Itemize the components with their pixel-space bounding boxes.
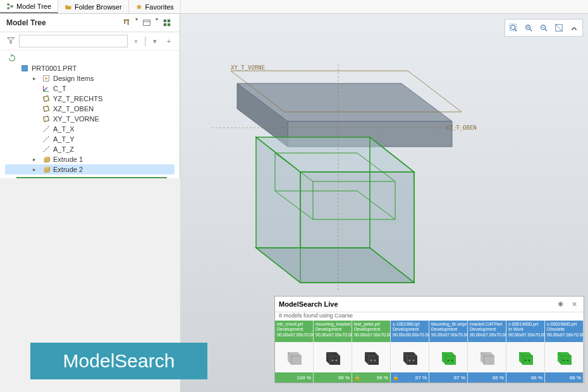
svg-rect-10 bbox=[168, 23, 170, 26]
result-name: mounting_bracket_1 bbox=[315, 322, 350, 327]
tree-item[interactable]: ▸Design Items bbox=[5, 73, 175, 83]
result-status: Development bbox=[354, 327, 388, 332]
result-dims: 90.00x87.00x70.00 bbox=[277, 333, 311, 338]
result-card[interactable]: mb_creo4.prtDevelopment90.00x87.00x70.00… bbox=[275, 321, 314, 383]
tree-label: PRT0001.PRT bbox=[32, 64, 77, 72]
plane-icon bbox=[42, 114, 51, 123]
tree-label: Extrude 2 bbox=[53, 166, 83, 173]
result-card[interactable]: z-1001980.iptDevelopment90.00x90.00x70.0… bbox=[391, 321, 429, 383]
result-percentage: 86 % bbox=[493, 375, 504, 381]
repaint-button[interactable] bbox=[552, 21, 566, 35]
tree-item[interactable]: ▸Extrude 2 bbox=[5, 164, 175, 175]
svg-point-44 bbox=[413, 360, 415, 362]
result-status: Development bbox=[277, 327, 311, 332]
svg-rect-0 bbox=[8, 3, 9, 5]
add-button[interactable]: + bbox=[163, 35, 175, 47]
svg-line-18 bbox=[44, 137, 49, 142]
settings-button[interactable] bbox=[120, 16, 133, 29]
tab-favorites[interactable]: Favorites bbox=[129, 0, 181, 13]
svg-point-48 bbox=[529, 360, 530, 362]
csys-icon bbox=[42, 84, 51, 93]
star-icon bbox=[135, 3, 143, 11]
dropdown-arrow[interactable]: ▾ bbox=[156, 16, 158, 29]
tree-item-refresh[interactable] bbox=[5, 53, 175, 63]
filter-input[interactable] bbox=[19, 35, 128, 47]
result-name: Mounting_Br.sldprt bbox=[431, 322, 465, 327]
settings-icon[interactable]: ✱ bbox=[554, 298, 566, 310]
axis-icon bbox=[42, 135, 51, 144]
tree-item[interactable]: XY_T_VORNE bbox=[5, 114, 175, 124]
result-name: bracket.CATPart bbox=[470, 322, 504, 327]
svg-line-26 bbox=[530, 29, 532, 32]
svg-point-42 bbox=[374, 360, 376, 362]
tree-root[interactable]: PRT0001.PRT bbox=[5, 63, 175, 73]
sidebar-title: Model Tree bbox=[6, 18, 46, 27]
results-grid: mb_creo4.prtDevelopment90.00x87.00x70.00… bbox=[275, 321, 584, 383]
result-name: z-1001980.ipt bbox=[393, 322, 427, 327]
svg-line-17 bbox=[44, 126, 49, 132]
svg-rect-2 bbox=[11, 5, 13, 7]
result-info: z-00029800.prtObsolete90.00x87.00x70.00 bbox=[545, 321, 583, 342]
tree-item[interactable]: A_T_Y bbox=[5, 134, 175, 144]
sidebar-header: Model Tree ▾ ▾ bbox=[0, 14, 180, 32]
svg-rect-11 bbox=[22, 66, 28, 71]
tree-label: Extrude 1 bbox=[53, 156, 83, 163]
svg-point-13 bbox=[45, 77, 47, 80]
result-card[interactable]: z-00019800.prtIn Work90.00x87.00x70.0086… bbox=[506, 321, 545, 383]
tree-item[interactable]: A_T_Z bbox=[5, 144, 175, 154]
expand-icon[interactable]: ▸ bbox=[33, 156, 39, 162]
tree-item[interactable]: ▸Extrude 1 bbox=[5, 154, 175, 164]
display-style-button[interactable] bbox=[567, 21, 581, 35]
results-title: ModelSearch Live bbox=[279, 300, 338, 308]
tab-folder-browser[interactable]: Folder Browser bbox=[58, 0, 129, 13]
close-icon[interactable]: ✕ bbox=[568, 298, 580, 310]
svg-point-43 bbox=[409, 360, 411, 362]
result-footer: 86 % bbox=[506, 372, 544, 383]
svg-point-39 bbox=[332, 360, 334, 362]
sidebar-toolbar: ▾ ▾ bbox=[120, 16, 173, 29]
result-percentage: 86 % bbox=[531, 375, 542, 381]
result-status: Development bbox=[470, 327, 504, 332]
plane-icon bbox=[42, 104, 51, 113]
result-status: Development bbox=[393, 327, 427, 332]
filter-icon[interactable] bbox=[5, 35, 16, 47]
expand-icon[interactable]: ▸ bbox=[33, 75, 39, 82]
result-footer: 86 % bbox=[545, 372, 583, 383]
result-card[interactable]: test_peter.prtDevelopment90.00x87.00x70.… bbox=[352, 321, 391, 383]
zoom-in-button[interactable] bbox=[522, 21, 536, 35]
tree-label: A_T_Y bbox=[53, 135, 75, 143]
result-footer: 🔒96 % bbox=[352, 372, 390, 383]
tree-item[interactable]: C_T bbox=[5, 83, 175, 94]
result-footer: 100 % bbox=[275, 372, 313, 383]
result-status: Obsolete bbox=[547, 327, 581, 332]
tree-label: YZ_T_RECHTS bbox=[53, 95, 102, 102]
result-name: z-00019800.prt bbox=[508, 322, 542, 327]
refit-button[interactable] bbox=[506, 21, 520, 35]
modelsearch-logo: ModelSearch bbox=[30, 343, 207, 379]
tree-filters-button[interactable] bbox=[161, 16, 173, 29]
results-controls: ✱ ✕ bbox=[554, 298, 580, 310]
result-dims: 90.00x87.00x70.00 bbox=[470, 333, 504, 338]
show-button[interactable] bbox=[140, 16, 153, 29]
tree-item[interactable]: XZ_T_OBEN bbox=[5, 104, 175, 114]
tab-model-tree[interactable]: Model Tree bbox=[0, 0, 58, 13]
result-card[interactable]: mounting_bracket_1Development90.00x87.00… bbox=[314, 321, 352, 383]
svg-rect-5 bbox=[144, 20, 150, 26]
dropdown-button[interactable]: ▾ bbox=[149, 35, 161, 47]
tree-item[interactable]: A_T_X bbox=[5, 124, 175, 134]
expand-icon[interactable]: ▸ bbox=[33, 166, 39, 173]
results-header: ModelSearch Live ✱ ✕ bbox=[275, 297, 584, 312]
tab-label: Folder Browser bbox=[75, 3, 122, 11]
datum-label-front: XY_T_VORNE bbox=[231, 64, 265, 71]
result-card[interactable]: bracket.CATPartDevelopment90.00x87.00x70… bbox=[468, 321, 506, 383]
tree-item[interactable]: YZ_T_RECHTS bbox=[5, 94, 175, 104]
result-card[interactable]: Mounting_Br.sldprtDevelopment90.00x87.00… bbox=[429, 321, 468, 383]
result-dims: 90.00x87.00x70.00 bbox=[508, 333, 542, 338]
zoom-out-button[interactable] bbox=[537, 21, 551, 35]
result-dims: 90.00x87.00x70.00 bbox=[354, 333, 388, 338]
dropdown-arrow[interactable]: ▾ bbox=[135, 16, 138, 29]
clear-filter-button[interactable]: × bbox=[130, 35, 142, 47]
results-panel: ModelSearch Live ✱ ✕ 8 models found usin… bbox=[274, 296, 584, 383]
result-info: z-00019800.prtIn Work90.00x87.00x70.00 bbox=[506, 321, 544, 342]
result-card[interactable]: z-00029800.prtObsolete90.00x87.00x70.008… bbox=[545, 321, 584, 383]
